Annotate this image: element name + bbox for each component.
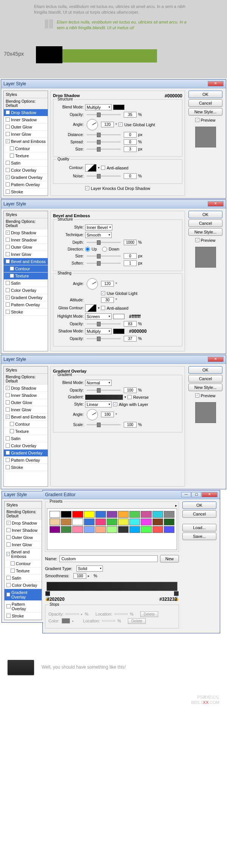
preset-swatch[interactable]	[118, 519, 129, 525]
minimize-button[interactable]: —	[181, 492, 191, 497]
spread-slider[interactable]	[87, 141, 121, 143]
checkbox-icon[interactable]	[6, 125, 10, 129]
noise-input[interactable]: 0	[124, 173, 137, 179]
angle-dial[interactable]	[87, 119, 98, 130]
load-button[interactable]: Load...	[182, 524, 216, 531]
gradient-stop-left[interactable]	[45, 591, 50, 596]
preset-swatch[interactable]	[61, 511, 72, 518]
style-color-overlay[interactable]: Color Overlay	[4, 167, 48, 174]
reverse-checkbox[interactable]	[127, 395, 132, 399]
highlight-mode-dropdown[interactable]: Screen	[85, 313, 112, 320]
gradient-type-dropdown[interactable]: Solid	[76, 566, 103, 572]
new-style-button[interactable]: New Style...	[188, 108, 222, 116]
preset-swatch[interactable]	[141, 519, 151, 525]
style-outer-glow[interactable]: Outer Glow	[4, 244, 48, 251]
size-slider[interactable]	[87, 149, 121, 150]
bevel-style-dropdown[interactable]: Inner Bevel	[85, 224, 112, 230]
style-inner-glow[interactable]: Inner Glow	[4, 251, 48, 258]
preset-swatch[interactable]	[50, 519, 60, 525]
styles-header[interactable]: Styles	[4, 91, 48, 98]
style-stroke[interactable]: Stroke	[4, 188, 48, 196]
preset-swatch[interactable]	[72, 526, 83, 533]
checkbox-icon[interactable]	[6, 118, 10, 122]
style-inner-shadow[interactable]: Inner Shadow	[4, 237, 48, 244]
gradient-style-dropdown[interactable]: Linear	[85, 401, 112, 407]
checkbox-icon[interactable]	[10, 154, 14, 158]
style-drop-shadow[interactable]: Drop Shadow	[4, 109, 48, 116]
style-color-overlay[interactable]: Color Overlay	[4, 287, 48, 294]
preset-swatch[interactable]	[129, 519, 140, 525]
preset-swatch[interactable]	[118, 511, 129, 518]
style-outer-glow[interactable]: Outer Glow	[4, 124, 48, 131]
blend-mode-dropdown[interactable]: Normal	[85, 380, 112, 386]
cancel-button[interactable]: Cancel	[188, 219, 222, 227]
style-texture[interactable]: Texture	[4, 152, 48, 160]
style-gradient-overlay[interactable]: Gradient Overlay	[4, 450, 48, 457]
direction-up-radio[interactable]	[85, 247, 90, 252]
opacity-input[interactable]: 35	[124, 112, 137, 118]
checkbox-icon[interactable]	[6, 190, 10, 194]
antialias-checkbox[interactable]	[101, 166, 105, 170]
preset-swatch[interactable]	[129, 526, 140, 533]
close-button[interactable]: ✕	[208, 201, 224, 207]
preset-swatch[interactable]	[164, 519, 174, 525]
distance-input[interactable]: 0	[124, 132, 137, 138]
preset-swatch[interactable]	[107, 511, 117, 518]
scale-slider[interactable]	[87, 424, 121, 425]
style-inner-glow[interactable]: Inner Glow	[4, 131, 48, 138]
style-stroke[interactable]: Stroke	[4, 309, 48, 316]
new-style-button[interactable]: New Style...	[188, 228, 222, 236]
smoothness-input[interactable]: 100	[73, 573, 86, 579]
preset-swatch[interactable]	[141, 526, 151, 533]
style-satin[interactable]: Satin	[4, 280, 48, 287]
technique-dropdown[interactable]: Smooth	[85, 232, 112, 238]
titlebar[interactable]: Layer Style ✕	[1, 200, 226, 208]
style-satin[interactable]: Satin	[4, 160, 48, 167]
contour-picker[interactable]	[85, 164, 96, 172]
ok-button[interactable]: OK	[182, 501, 216, 509]
soften-slider[interactable]	[87, 263, 121, 264]
style-contour[interactable]: Contour	[4, 145, 48, 152]
gradient-picker[interactable]	[85, 395, 123, 400]
preset-swatch[interactable]	[107, 526, 117, 533]
preset-swatch[interactable]	[50, 526, 60, 533]
shading-angle-dial[interactable]	[87, 278, 98, 290]
titlebar[interactable]: Gradient Editor —▢✕	[43, 490, 220, 499]
preset-swatch[interactable]	[164, 511, 174, 518]
preview-checkbox[interactable]	[195, 118, 199, 122]
angle-dial[interactable]	[87, 409, 98, 420]
style-pattern-overlay[interactable]: Pattern Overlay	[4, 181, 48, 188]
angle-input[interactable]: 120	[101, 122, 114, 127]
shadow-color-swatch[interactable]	[113, 329, 124, 334]
gradient-name-input[interactable]: Custom	[59, 555, 158, 562]
new-style-button[interactable]: New Style...	[188, 384, 222, 391]
checkbox-icon[interactable]	[10, 146, 14, 150]
preset-swatch[interactable]	[141, 511, 151, 518]
align-checkbox[interactable]	[113, 402, 117, 406]
new-gradient-button[interactable]: New	[160, 555, 179, 562]
preset-swatch[interactable]	[107, 519, 117, 525]
style-texture[interactable]: Texture	[4, 273, 48, 280]
ok-button[interactable]: OK	[188, 211, 222, 218]
style-drop-shadow[interactable]: Drop Shadow	[4, 229, 48, 237]
preset-swatch[interactable]	[61, 526, 72, 533]
save-button[interactable]: Save...	[182, 533, 216, 540]
cancel-button[interactable]: Cancel	[182, 510, 216, 518]
cancel-button[interactable]: Cancel	[188, 375, 222, 382]
cancel-button[interactable]: Cancel	[188, 99, 222, 107]
checkbox-icon[interactable]	[6, 132, 10, 136]
checkbox-icon[interactable]	[6, 168, 10, 172]
blend-mode-dropdown[interactable]: Multiply	[85, 104, 112, 110]
preset-swatch[interactable]	[152, 511, 163, 518]
opacity-slider[interactable]	[87, 114, 121, 115]
depth-input[interactable]: 1000	[124, 240, 137, 245]
preset-swatch[interactable]	[95, 526, 106, 533]
style-bevel[interactable]: Bevel and Emboss	[4, 258, 48, 265]
preset-swatch[interactable]	[72, 519, 83, 525]
preset-swatch[interactable]	[72, 511, 83, 518]
antialias-checkbox[interactable]	[101, 306, 105, 310]
preset-swatch[interactable]	[118, 526, 129, 533]
gradient-stop-right[interactable]	[174, 591, 179, 596]
preset-swatch[interactable]	[95, 519, 106, 525]
shadow-color-swatch[interactable]	[113, 105, 124, 110]
